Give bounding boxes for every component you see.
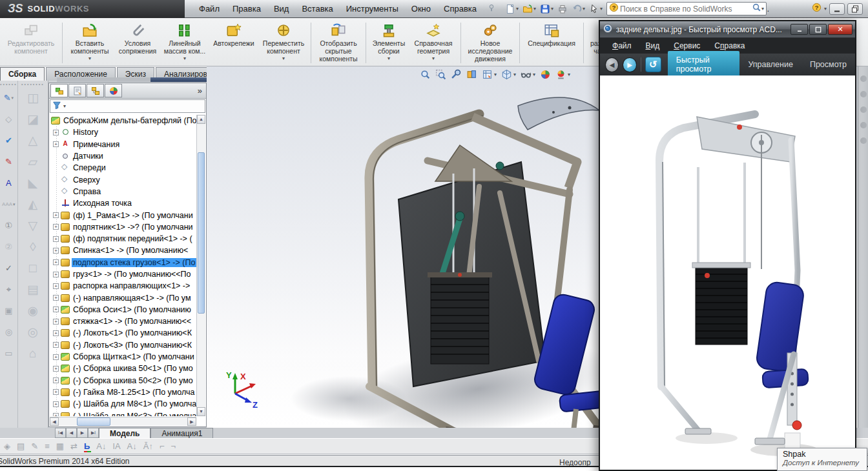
ribbon-button-show-hidden[interactable]: Отобразить скрытые компоненты — [314, 20, 363, 66]
dropdown-arrow-icon[interactable]: ▾ — [183, 55, 186, 61]
magnified-selection-icon[interactable] — [451, 69, 462, 80]
tree-item[interactable]: +Примечания — [50, 139, 196, 150]
tree-item[interactable]: +Сборка Щитка<1> (По умолчани — [50, 351, 196, 363]
tree-item[interactable]: +(-) Сборка шкива 50<2> (По умо — [50, 375, 196, 386]
hole-wizard-icon[interactable]: ◉ — [18, 300, 48, 321]
dimension-tool-icon[interactable]: A↓ — [96, 441, 106, 451]
expand-toggle-icon[interactable]: + — [53, 354, 59, 360]
filter-funnel-icon[interactable] — [52, 101, 61, 112]
tree-item[interactable]: Спереди — [50, 162, 196, 174]
dimension-tool-icon[interactable]: ▦ — [56, 441, 64, 451]
ribbon-button-bom[interactable]: Спецификация — [522, 20, 581, 66]
section-view-icon[interactable] — [466, 69, 477, 80]
expand-toggle-icon[interactable]: + — [53, 141, 59, 147]
expand-toggle-icon[interactable]: + — [53, 272, 59, 277]
acdsee-window[interactable]: задние дельты.jpg - Быстрый просмотр ACD… — [599, 20, 856, 471]
acdsee-menu-Вид[interactable]: Вид — [639, 39, 667, 53]
acdsee-image-area[interactable] — [600, 75, 855, 470]
acdsee-maximize-button[interactable] — [809, 24, 827, 35]
menu-Инструменты[interactable]: Инструменты — [340, 1, 405, 16]
expand-toggle-icon[interactable]: + — [53, 295, 59, 301]
tree-item[interactable]: +распорка направляющих<1> -> — [50, 280, 196, 292]
expand-toggle-icon[interactable]: + — [53, 319, 59, 325]
shell-icon[interactable]: ▽ — [18, 215, 48, 236]
spell-check-icon[interactable]: ✔ — [0, 130, 17, 151]
tree-item[interactable]: +(-) Шайба для М8<3> (По умолча — [50, 410, 196, 416]
minimize-button[interactable] — [829, 3, 845, 15]
acdsee-minimize-button[interactable] — [790, 24, 808, 35]
dimension-tool-icon[interactable]: ⇄ — [70, 441, 78, 451]
expand-toggle-icon[interactable]: + — [53, 377, 59, 383]
sketch-tool-icon[interactable]: ✎▾ — [0, 87, 17, 108]
tree-item[interactable]: +(-) Локоть<1> (По умолчанию<К — [50, 327, 196, 339]
vcr-button[interactable]: ▶ — [77, 428, 88, 438]
expand-toggle-icon[interactable]: + — [53, 224, 59, 230]
featuremanager-tab[interactable] — [50, 84, 68, 97]
tree-item[interactable]: +Спинка<1> -> (По умолчанию< — [50, 245, 196, 256]
apply-scene-icon[interactable]: ▾ — [555, 69, 570, 80]
ribbon-button-assembly-features[interactable]: Элементы сборки▾ — [369, 20, 409, 66]
display-style-icon[interactable]: ▾ — [501, 69, 516, 80]
rect-tool-icon[interactable]: ▭ — [0, 343, 17, 364]
tree-item[interactable]: +(-) Шайба для М8<1> (По умолча — [50, 398, 196, 410]
dropdown-arrow-icon[interactable]: ▾ — [88, 55, 91, 61]
print-icon[interactable] — [556, 3, 569, 15]
tree-item[interactable]: +груз<1> -> (По умолчанию<<По — [50, 268, 196, 280]
undo-icon[interactable]: ▾ — [570, 3, 586, 15]
expand-toggle-icon[interactable]: + — [53, 413, 59, 416]
hscroll-thumb[interactable] — [77, 417, 110, 426]
circle-tool-icon[interactable]: ◎ — [0, 321, 17, 343]
help-icon[interactable]: ? — [812, 3, 822, 15]
menu-Правка[interactable]: Правка — [226, 1, 267, 16]
scroll-left-arrow[interactable]: ◀ — [50, 417, 59, 426]
datum-icon[interactable]: ⌖ — [0, 279, 17, 300]
expand-toggle-icon[interactable]: + — [53, 248, 59, 254]
tree-item[interactable]: +стяжка<1> -> (По умолчанию<< — [50, 316, 196, 327]
dropdown-arrow-icon[interactable]: ▾ — [432, 55, 435, 61]
area-box-icon[interactable]: ▣ — [0, 300, 17, 321]
chamfer-icon[interactable]: ◭ — [18, 194, 48, 215]
menu-Справка[interactable]: Справка — [437, 1, 483, 16]
tree-item[interactable]: +(ф) подпятник передний<1> -> ( — [50, 233, 196, 245]
expand-toggle-icon[interactable]: + — [53, 306, 59, 312]
hide-show-items-icon[interactable]: ▾ — [521, 69, 535, 80]
edit-appearance-icon[interactable] — [540, 69, 551, 80]
scroll-up-arrow[interactable]: ▲ — [197, 115, 205, 124]
menu-Файл[interactable]: Файл — [192, 1, 226, 16]
loft-icon[interactable]: △ — [18, 130, 48, 151]
expand-toggle-icon[interactable]: + — [53, 259, 59, 265]
dimension-tool-icon[interactable]: Ā↑ — [143, 441, 153, 451]
forward-icon[interactable]: ▶ — [623, 57, 636, 72]
ribbon-button-mates[interactable]: Условия сопряжения — [114, 20, 161, 66]
tree-root-item[interactable]: СборкаЖим дельты-батерфляй (По — [50, 115, 196, 126]
format-painter-icon[interactable]: ✎ — [0, 151, 17, 172]
tree-item[interactable]: Сверху — [50, 174, 196, 185]
select-arrow-icon[interactable]: ▾ — [588, 3, 604, 15]
scroll-right-arrow[interactable]: ▶ — [187, 417, 196, 426]
tree-item[interactable]: +(-) направляющая<1> -> (По ум — [50, 292, 196, 303]
expand-toggle-icon[interactable]: + — [53, 212, 59, 218]
expand-panel-chevron[interactable]: » — [198, 86, 205, 95]
dropdown-arrow-icon[interactable]: ▾ — [282, 55, 285, 61]
cad-model-gym-machine[interactable] — [266, 83, 602, 428]
expand-toggle-icon[interactable]: + — [53, 236, 59, 242]
auto-balloon-icon[interactable]: ② — [0, 236, 17, 257]
revolve-icon[interactable]: ◪ — [18, 108, 48, 130]
draft-icon[interactable]: □ — [18, 257, 48, 279]
dimension-tool-icon[interactable]: ✎ — [31, 441, 38, 451]
acdsee-tab-Быстрый просмотр[interactable]: Быстрый просмотр — [668, 51, 740, 78]
expand-toggle-icon[interactable]: + — [53, 330, 59, 336]
fillet-icon[interactable]: ◣ — [18, 172, 48, 194]
tree-item[interactable]: +History — [50, 126, 196, 138]
tree-item[interactable]: Исходная точка — [50, 197, 196, 209]
ribbon-button-move-component[interactable]: Переместить компонент▾ — [259, 20, 308, 66]
menu-Вставка[interactable]: Вставка — [295, 1, 339, 16]
acdsee-tab-Просмотр[interactable]: Просмотр — [801, 55, 855, 74]
vcr-button[interactable]: ǀ◀ — [55, 428, 66, 438]
ribbon-button-edit-component[interactable]: Редактировать компонент — [3, 20, 59, 66]
rotate-icon[interactable]: ↺ — [645, 57, 661, 72]
vcr-button[interactable]: ▶ǀ — [88, 428, 99, 438]
task-pane-icon[interactable] — [860, 137, 867, 144]
dimension-tool-icon[interactable]: ǀA — [113, 441, 121, 451]
rib-icon[interactable]: ◊ — [18, 236, 48, 257]
